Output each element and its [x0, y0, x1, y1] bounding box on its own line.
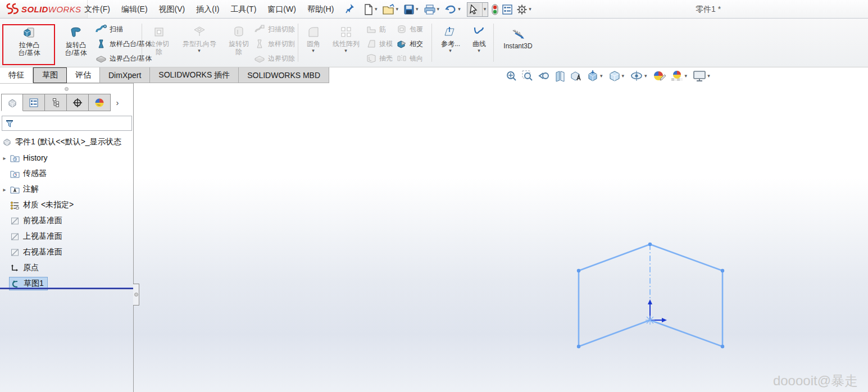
wrap-button: 包覆 [397, 23, 423, 35]
revolved-cut-icon [232, 25, 246, 39]
expand-arrow-icon[interactable]: ▸ [0, 186, 9, 193]
tree-item-top-plane[interactable]: 上视基准面 [0, 229, 134, 244]
tree-item-origin[interactable]: 原点 [0, 260, 134, 276]
menu-help[interactable]: 帮助(H) [302, 2, 339, 17]
intersect-button[interactable]: 相交 [397, 38, 423, 50]
select-dropdown-caret[interactable]: ▾ [484, 7, 487, 12]
tab-configurationmanager[interactable] [45, 94, 67, 111]
revolved-boss-button[interactable]: 旋转凸 台/基体 [58, 25, 94, 57]
lofted-boss-button[interactable]: 放样凸台/基体 [96, 38, 152, 50]
tree-item-material[interactable]: 材质 <未指定> [0, 197, 134, 213]
tree-item-history[interactable]: ▸ History [0, 150, 134, 166]
tab-dimxpert[interactable]: DimXpert [100, 67, 150, 83]
plane-icon [10, 248, 20, 257]
manager-tabs-overflow[interactable]: › [111, 94, 124, 111]
dropdown-caret[interactable]: ▾ [478, 48, 480, 53]
linear-pattern-icon [339, 25, 353, 39]
command-manager-ribbon: 拉伸凸 台/基体 旋转凸 台/基体 扫描 放样凸台/基体 [0, 19, 868, 67]
tree-filter-input[interactable] [2, 116, 132, 131]
open-document-button[interactable]: ▾ [381, 3, 402, 16]
interference-check-icon[interactable] [490, 3, 499, 16]
tab-evaluate[interactable]: 评估 [67, 67, 100, 83]
lofted-cut-icon [254, 39, 265, 49]
menu-window[interactable]: 窗口(W) [262, 2, 302, 17]
dropdown-caret[interactable]: ▾ [458, 7, 461, 12]
tab-sketch[interactable]: 草图 [33, 67, 67, 83]
tab-solidworks-mbd[interactable]: SOLIDWORKS MBD [239, 67, 329, 83]
panel-drag-handle[interactable] [65, 87, 69, 91]
extruded-boss-button[interactable]: 拉伸凸 台/基体 [4, 25, 54, 57]
menu-file[interactable]: 文件(F) [79, 2, 116, 17]
new-document-button[interactable]: ▾ [362, 3, 380, 16]
rollback-bar[interactable] [0, 288, 133, 289]
tab-propertymanager[interactable] [23, 94, 45, 111]
shell-button: 抽壳 [366, 52, 393, 65]
menu-tools[interactable]: 工具(T) [225, 2, 262, 17]
settings-gear-button[interactable]: ▾ [515, 3, 534, 16]
print-button[interactable]: ▾ [422, 3, 443, 16]
expand-arrow-icon[interactable]: ▸ [0, 155, 9, 161]
draft-icon [366, 39, 376, 48]
configuration-icon [51, 98, 61, 108]
tab-solidworks-addins[interactable]: SOLIDWORKS 插件 [150, 67, 239, 83]
instant3d-button[interactable]: Instant3D [498, 29, 538, 50]
dropdown-caret[interactable]: ▾ [416, 7, 419, 12]
menu-bar: SOLIDWORKS 文件(F) 编辑(E) 视图(V) 插入(I) 工具(T)… [0, 0, 868, 19]
tab-featuremanager-tree[interactable] [1, 94, 23, 111]
dropdown-caret: ▾ [198, 48, 201, 53]
menu-edit[interactable]: 编辑(E) [116, 2, 153, 17]
tab-displaymanager[interactable] [89, 94, 111, 111]
rib-icon [366, 25, 376, 34]
dropdown-caret[interactable]: ▾ [529, 7, 531, 12]
select-tool-button[interactable] [467, 3, 480, 16]
pin-menu-icon[interactable] [346, 3, 355, 13]
reference-geometry-button[interactable]: 参考... ▾ [436, 25, 465, 53]
divider [482, 3, 483, 16]
options-list-icon[interactable] [501, 3, 514, 16]
boundary-boss-button[interactable]: 边界凸台/基体 [96, 52, 152, 65]
menu-view[interactable]: 视图(V) [153, 2, 191, 17]
lofted-cut-button: 放样切割 [254, 38, 295, 50]
mirror-icon [397, 54, 407, 63]
menu-insert[interactable]: 插入(I) [190, 2, 225, 17]
sensors-folder-icon [10, 170, 20, 178]
boundary-boss-icon [96, 53, 107, 63]
undo-button[interactable]: ▾ [443, 3, 463, 16]
feature-tree: 零件1 (默认<<默认>_显示状态 ▸ History 传感器 [0, 134, 134, 291]
plane-icon [10, 233, 20, 241]
extruded-cut-icon [152, 25, 166, 39]
panel-splitter-handle[interactable] [133, 284, 139, 306]
property-list-icon [29, 98, 39, 108]
feature-manager-panel: › 零件1 (默认<<默认>_显示状态 ▸ History [0, 83, 134, 392]
display-ball-icon [94, 98, 104, 108]
dropdown-caret[interactable]: ▾ [449, 48, 452, 53]
tree-item-right-plane[interactable]: 右视基准面 [0, 244, 134, 260]
hole-wizard-icon [193, 25, 206, 39]
origin-icon [10, 264, 20, 272]
lofted-boss-icon [96, 39, 107, 49]
filter-funnel-icon [5, 119, 14, 128]
tree-item-front-plane[interactable]: 前视基准面 [0, 213, 134, 229]
shell-icon [366, 54, 376, 63]
sweep-button[interactable]: 扫描 [96, 23, 123, 35]
tab-features[interactable]: 特征 [0, 67, 33, 83]
watermark-text: dooooit@暴走 [773, 372, 858, 390]
tree-item-sensors[interactable]: 传感器 [0, 166, 134, 181]
dropdown-caret[interactable]: ▾ [375, 7, 378, 12]
material-icon [10, 201, 20, 209]
graphics-area[interactable]: ▾ ▾ ▾ ▾ ▾ [0, 67, 868, 392]
save-button[interactable]: ▾ [402, 3, 421, 16]
dropdown-caret[interactable]: ▾ [437, 7, 440, 12]
part-tree-icon [7, 98, 17, 108]
tree-root-part[interactable]: 零件1 (默认<<默认>_显示状态 [0, 134, 134, 150]
reference-geometry-icon [444, 25, 457, 39]
tree-item-annotations[interactable]: ▸ 注解 [0, 181, 134, 197]
plane-icon [10, 217, 20, 225]
fillet-button: 圆角 ▾ [302, 25, 325, 53]
curves-button[interactable]: 曲线 ▾ [469, 25, 490, 53]
dropdown-caret[interactable]: ▾ [396, 7, 399, 12]
tab-dimxpertmanager[interactable] [67, 94, 89, 111]
swept-cut-icon [254, 24, 265, 34]
splitter-dot-icon [134, 293, 138, 297]
history-folder-icon [10, 154, 20, 162]
